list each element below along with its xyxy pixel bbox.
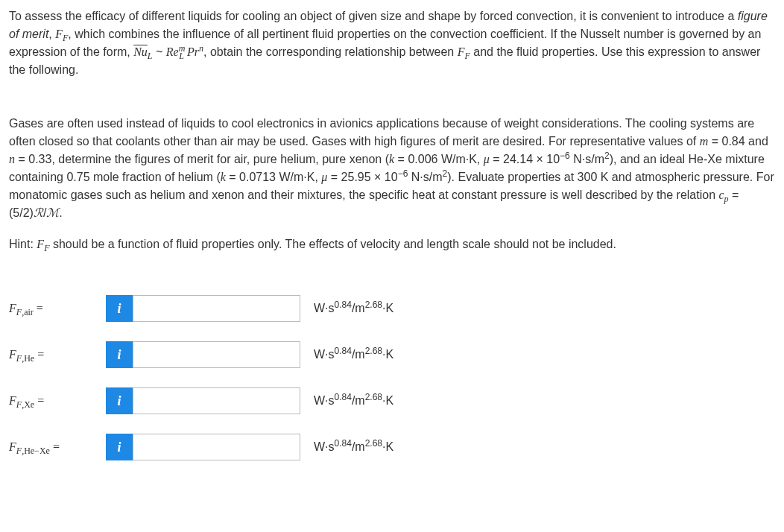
info-button[interactable]: i (106, 387, 133, 414)
info-button[interactable]: i (106, 341, 133, 368)
answer-label: FF,Xe = (9, 392, 106, 410)
answer-row-xe: FF,Xe = i W·s0.84/m2.68·K (9, 387, 775, 414)
answer-unit: W·s0.84/m2.68·K (314, 346, 393, 364)
answer-label: FF,He−Xe = (9, 438, 106, 456)
answer-unit: W·s0.84/m2.68·K (314, 392, 393, 410)
hint-paragraph: Hint: FF should be a function of fluid p… (9, 235, 775, 253)
body-paragraph: Gases are often used instead of liquids … (9, 115, 775, 222)
answer-label: FF,He = (9, 346, 106, 364)
info-button[interactable]: i (106, 434, 133, 460)
intro-paragraph: To assess the efficacy of different liqu… (9, 7, 775, 79)
answer-label: FF,air = (9, 300, 106, 317)
answer-row-air: FF,air = i W·s0.84/m2.68·K (9, 295, 775, 322)
answer-row-he: FF,He = i W·s0.84/m2.68·K (9, 341, 775, 368)
answer-unit: W·s0.84/m2.68·K (314, 438, 393, 456)
info-button[interactable]: i (106, 295, 133, 322)
answer-input-hexe[interactable] (133, 434, 300, 460)
answer-row-hexe: FF,He−Xe = i W·s0.84/m2.68·K (9, 434, 775, 460)
answer-input-he[interactable] (133, 341, 300, 368)
answer-input-air[interactable] (133, 295, 300, 322)
answers-section: FF,air = i W·s0.84/m2.68·K FF,He = i W·s… (9, 295, 775, 460)
answer-unit: W·s0.84/m2.68·K (314, 300, 393, 317)
answer-input-xe[interactable] (133, 387, 300, 414)
